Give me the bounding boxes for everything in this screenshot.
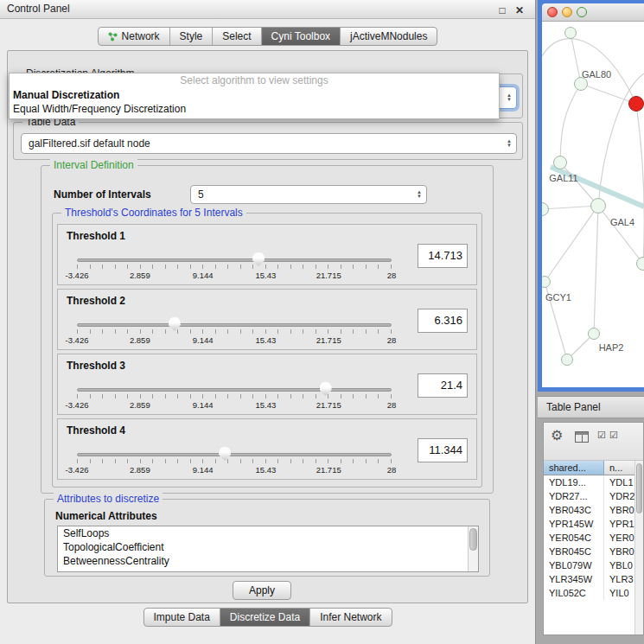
float-window-icon[interactable]: □: [495, 2, 509, 20]
list-scrollbar[interactable]: [468, 526, 478, 571]
cell-shared-name: YLR345W: [544, 572, 604, 586]
table-row[interactable]: YDL19...YDL1: [544, 475, 634, 489]
scale-label: 2.859: [130, 465, 150, 475]
scrollbar-thumb[interactable]: [636, 463, 642, 513]
group-title: Attributes to discretize: [54, 493, 163, 505]
threshold-panel-2: Threshold 2-3.4262.8599.14415.4321.71528…: [57, 289, 477, 350]
table-toolbar: ⚙ ☑ ☑: [544, 423, 643, 461]
close-icon[interactable]: ✕: [513, 2, 526, 20]
scale-label: 15.43: [256, 335, 277, 345]
threshold-slider[interactable]: -3.4262.8599.14415.4321.71528: [77, 251, 392, 284]
table-row[interactable]: YDR27...YDR2: [544, 489, 634, 503]
threshold-value-field[interactable]: 6.316: [418, 309, 468, 333]
table-row[interactable]: YBR043CYBR0: [544, 503, 634, 517]
cell-name: YDR2: [604, 489, 634, 503]
cell-shared-name: YBR045C: [544, 545, 604, 558]
popup-item-manual-discretization[interactable]: Manual Discretization: [10, 88, 499, 102]
threshold-panel-1: Threshold 1-3.4262.8599.14415.4321.71528…: [57, 224, 477, 285]
columns-icon[interactable]: [575, 431, 589, 443]
popup-item-equal-width-frequency[interactable]: Equal Width/Frequency Discretization: [10, 102, 499, 116]
node-gal11[interactable]: [553, 156, 567, 169]
scale-label: 9.144: [193, 335, 214, 345]
node-selected-red[interactable]: [628, 96, 644, 112]
slider-track: [77, 453, 392, 456]
table-row[interactable]: YER054CYER0: [544, 531, 634, 545]
screen: Control Panel □ ✕ NetworkStyleSelectCyni…: [0, 0, 644, 644]
scrollbar-thumb[interactable]: [469, 528, 477, 551]
threshold-value-field[interactable]: 21.4: [418, 373, 468, 398]
table-data-value: galFiltered.sif default node: [29, 137, 502, 150]
numerical-attributes-list[interactable]: SelfLoopsTopologicalCoefficientBetweenne…: [57, 526, 479, 572]
close-traffic-light-icon[interactable]: [547, 7, 558, 17]
node[interactable]: [561, 354, 573, 366]
tab-network[interactable]: Network: [99, 28, 170, 45]
tab-select[interactable]: Select: [213, 28, 261, 45]
tab-style[interactable]: Style: [170, 28, 214, 45]
combo-stepper-icon[interactable]: ▲▼: [502, 87, 516, 108]
table-panel-titlebar: Table Panel: [538, 396, 644, 418]
tab-jactivemnodules[interactable]: jActiveMNodules: [341, 28, 437, 45]
top-tab-bar: NetworkStyleSelectCyni ToolboxjActiveMNo…: [98, 27, 438, 46]
cell-name: YLR3: [604, 572, 634, 586]
checkbox-icon[interactable]: ☑: [609, 430, 618, 441]
table-scrollbar[interactable]: [634, 461, 643, 634]
table-row[interactable]: YPR145WYPR1: [544, 517, 634, 531]
list-item[interactable]: TopologicalCoefficient: [58, 540, 478, 554]
scale-label: 2.859: [130, 335, 150, 345]
slider-ticks: [77, 329, 392, 334]
checkbox-icon[interactable]: ☑: [597, 430, 606, 441]
threshold-slider[interactable]: -3.4262.8599.14415.4321.71528: [77, 316, 392, 348]
algorithm-dropdown-popup: Select algorithm to view settings Manual…: [9, 73, 500, 119]
table-row[interactable]: YIL052CYIL0: [544, 586, 634, 600]
group-title: Threshold's Coordinates for 5 Intervals: [61, 207, 246, 219]
number-of-intervals-value: 5: [198, 188, 412, 201]
column-header-shared[interactable]: shared...: [544, 461, 604, 475]
scale-label: 21.715: [316, 271, 341, 280]
threshold-slider[interactable]: -3.4262.8599.14415.4321.71528: [77, 380, 392, 413]
table-row[interactable]: YBR045CYBR0: [544, 545, 634, 558]
cell-shared-name: YIL052C: [544, 586, 604, 600]
threshold-label: Threshold 3: [67, 360, 125, 372]
control-panel-window: Control Panel □ ✕ NetworkStyleSelectCyni…: [0, 0, 536, 644]
threshold-panel-4: Threshold 4-3.4262.8599.14415.4321.71528…: [57, 418, 477, 480]
combo-stepper-icon[interactable]: ▲▼: [502, 134, 516, 153]
tab-infer-network[interactable]: Infer Network: [310, 609, 391, 626]
gear-icon[interactable]: ⚙: [551, 428, 563, 443]
table-row[interactable]: YBL079WYBL0: [544, 558, 634, 572]
table-data-combo[interactable]: galFiltered.sif default node ▲▼: [21, 133, 517, 154]
network-canvas[interactable]: GAL80GAL11GAL4GCY1HAP2: [542, 22, 644, 387]
node-hap2[interactable]: [588, 328, 600, 340]
threshold-value-field[interactable]: 14.713: [418, 244, 468, 268]
combo-stepper-icon[interactable]: ▲▼: [412, 186, 426, 203]
node[interactable]: [636, 257, 644, 271]
threshold-label: Threshold 1: [67, 230, 125, 242]
slider-scale: -3.4262.8599.14415.4321.71528: [77, 335, 392, 346]
apply-button[interactable]: Apply: [233, 581, 291, 600]
threshold-slider[interactable]: -3.4262.8599.14415.4321.71528: [77, 445, 392, 478]
list-item[interactable]: BetweennessCentrality: [58, 554, 478, 568]
tab-label: Cyni Toolbox: [271, 28, 330, 45]
threshold-value-field[interactable]: 11.344: [418, 438, 468, 462]
tab-cyni-toolbox[interactable]: Cyni Toolbox: [262, 28, 341, 45]
node-label: GAL80: [582, 69, 611, 80]
control-panel-titlebar: Control Panel □ ✕: [0, 0, 535, 19]
cell-shared-name: YDL19...: [544, 475, 604, 489]
cell-name: YBL0: [604, 558, 634, 572]
node[interactable]: [564, 27, 577, 39]
cell-shared-name: YBR043C: [544, 503, 604, 517]
zoom-traffic-light-icon[interactable]: [577, 7, 587, 17]
list-item[interactable]: SelfLoops: [58, 526, 478, 540]
popup-placeholder: Select algorithm to view settings: [10, 73, 499, 88]
tab-label: Impute Data: [153, 609, 209, 626]
minimize-traffic-light-icon[interactable]: [562, 7, 572, 17]
attributes-group: Attributes to discretize Numerical Attri…: [44, 499, 490, 577]
slider-track: [77, 258, 392, 262]
tab-impute-data[interactable]: Impute Data: [143, 609, 220, 626]
node-gal4[interactable]: [590, 198, 606, 214]
scale-label: 2.859: [130, 271, 150, 280]
tab-discretize-data[interactable]: Discretize Data: [220, 609, 310, 626]
number-of-intervals-combo[interactable]: 5 ▲▼: [190, 185, 427, 204]
thresholds-group: Threshold's Coordinates for 5 Intervals …: [52, 213, 482, 488]
table-row[interactable]: YLR345WYLR3: [544, 572, 634, 586]
network-window-titlebar[interactable]: [542, 3, 644, 22]
